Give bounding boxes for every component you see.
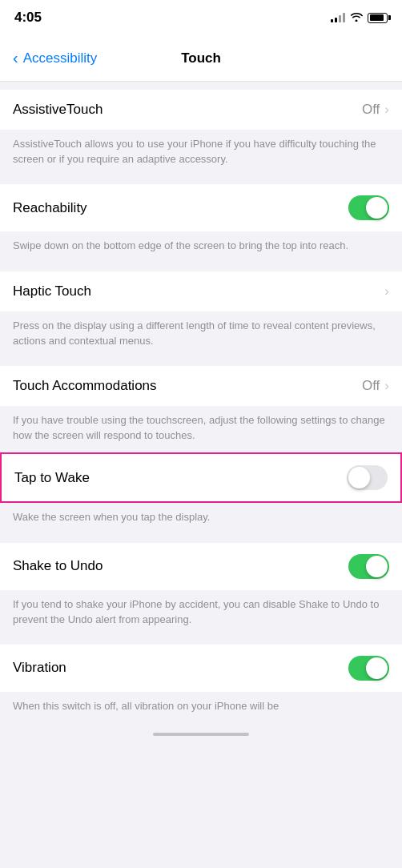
reachability-group: Reachability [0, 184, 402, 231]
vibration-row[interactable]: Vibration [0, 645, 402, 692]
reachability-row[interactable]: Reachability [0, 184, 402, 231]
haptic-touch-description-text: Press on the display using a different l… [13, 319, 376, 347]
haptic-touch-right: › [384, 283, 389, 299]
shake-to-undo-description: If you tend to shake your iPhone by acci… [0, 590, 402, 637]
tap-to-wake-description-text: Wake the screen when you tap the display… [13, 511, 210, 523]
reachability-toggle-knob [366, 197, 388, 219]
assistive-touch-label: AssistiveTouch [13, 102, 103, 118]
battery-fill [370, 14, 384, 21]
shake-to-undo-row[interactable]: Shake to Undo [0, 543, 402, 590]
tap-to-wake-row[interactable]: Tap to Wake [2, 454, 400, 501]
page-title: Touch [181, 50, 221, 66]
shake-to-undo-description-text: If you tend to shake your iPhone by acci… [13, 598, 379, 625]
assistive-touch-group: AssistiveTouch Off › [0, 90, 402, 130]
home-indicator-area [0, 726, 402, 742]
reachability-toggle[interactable] [348, 195, 389, 220]
touch-accommodations-right: Off › [362, 378, 389, 394]
vibration-description-text: When this switch is off, all vibration o… [13, 700, 279, 712]
status-bar: 4:05 [0, 0, 402, 35]
vibration-toggle-knob [366, 657, 388, 679]
vibration-label: Vibration [13, 660, 66, 676]
status-time: 4:05 [14, 10, 42, 26]
shake-to-undo-label: Shake to Undo [13, 558, 103, 574]
assistive-touch-right: Off › [362, 102, 389, 118]
touch-accommodations-group: Touch Accommodations Off › [0, 366, 402, 406]
haptic-touch-row[interactable]: Haptic Touch › [0, 271, 402, 311]
wifi-icon [350, 11, 363, 24]
assistive-touch-value: Off [362, 102, 380, 118]
back-label: Accessibility [23, 50, 98, 66]
tap-to-wake-label: Tap to Wake [14, 470, 90, 486]
back-chevron-icon: ‹ [13, 49, 18, 67]
touch-accommodations-chevron-icon: › [384, 378, 389, 394]
assistive-touch-chevron-icon: › [384, 102, 389, 118]
shake-to-undo-toggle-knob [366, 556, 388, 577]
tap-to-wake-highlight-border: Tap to Wake [0, 452, 402, 503]
touch-accommodations-description-text: If you have trouble using the touchscree… [13, 414, 385, 441]
assistive-touch-description: AssistiveTouch allows you to use your iP… [0, 130, 402, 176]
tap-to-wake-toggle[interactable] [347, 465, 388, 490]
haptic-touch-description: Press on the display using a different l… [0, 311, 402, 358]
nav-bar: ‹ Accessibility Touch [0, 35, 402, 82]
haptic-touch-label: Haptic Touch [13, 283, 91, 299]
haptic-touch-chevron-icon: › [384, 283, 389, 299]
reachability-description: Swipe down on the bottom edge of the scr… [0, 231, 402, 263]
status-icons [331, 11, 388, 24]
reachability-label: Reachability [13, 200, 87, 216]
vibration-toggle[interactable] [348, 656, 389, 681]
shake-to-undo-toggle[interactable] [348, 554, 389, 579]
assistive-touch-row[interactable]: AssistiveTouch Off › [0, 90, 402, 130]
section-gap-1 [0, 82, 402, 90]
section-gap-5 [0, 535, 402, 543]
touch-accommodations-row[interactable]: Touch Accommodations Off › [0, 366, 402, 406]
assistive-touch-description-text: AssistiveTouch allows you to use your iP… [13, 138, 376, 165]
touch-accommodations-label: Touch Accommodations [13, 378, 157, 394]
touch-accommodations-description: If you have trouble using the touchscree… [0, 406, 402, 452]
section-gap-3 [0, 263, 402, 271]
section-gap-6 [0, 637, 402, 645]
section-gap-4 [0, 358, 402, 366]
tap-to-wake-description: Wake the screen when you tap the display… [0, 503, 402, 534]
section-gap-2 [0, 176, 402, 184]
touch-accommodations-value: Off [362, 378, 380, 394]
vibration-group: Vibration [0, 645, 402, 692]
signal-icon [331, 13, 345, 22]
tap-to-wake-toggle-knob [348, 467, 370, 488]
vibration-description: When this switch is off, all vibration o… [0, 692, 402, 723]
reachability-description-text: Swipe down on the bottom edge of the scr… [13, 239, 348, 251]
battery-icon [368, 13, 388, 23]
haptic-touch-group: Haptic Touch › [0, 271, 402, 311]
shake-to-undo-group: Shake to Undo [0, 543, 402, 590]
home-indicator [153, 733, 249, 736]
back-button[interactable]: ‹ Accessibility [13, 49, 97, 67]
